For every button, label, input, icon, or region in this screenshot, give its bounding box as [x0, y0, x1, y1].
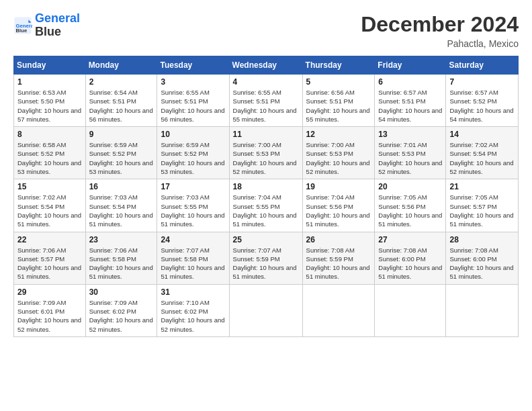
- day-number: 19: [306, 182, 371, 191]
- day-number: 31: [161, 287, 225, 297]
- day-number: 12: [306, 130, 371, 139]
- table-cell: 17 Sunrise: 7:03 AM Sunset: 5:55 PM Dayl…: [157, 179, 229, 232]
- day-number: 20: [378, 182, 442, 191]
- week-row-2: 8 Sunrise: 6:58 AM Sunset: 5:52 PM Dayli…: [14, 127, 519, 179]
- day-number: 15: [17, 182, 82, 191]
- table-cell: 9 Sunrise: 6:59 AM Sunset: 5:52 PM Dayli…: [85, 127, 157, 179]
- day-detail: Sunrise: 7:07 AM Sunset: 5:58 PM Dayligh…: [161, 246, 225, 281]
- week-row-3: 15 Sunrise: 7:02 AM Sunset: 5:54 PM Dayl…: [14, 179, 519, 232]
- day-detail: Sunrise: 6:55 AM Sunset: 5:51 PM Dayligh…: [161, 88, 225, 124]
- day-number: 1: [17, 77, 82, 87]
- table-cell: 15 Sunrise: 7:02 AM Sunset: 5:54 PM Dayl…: [14, 179, 86, 232]
- day-detail: Sunrise: 7:08 AM Sunset: 6:00 PM Dayligh…: [449, 246, 515, 281]
- day-detail: Sunrise: 6:57 AM Sunset: 5:51 PM Dayligh…: [378, 88, 442, 124]
- day-detail: Sunrise: 7:07 AM Sunset: 5:59 PM Dayligh…: [233, 246, 299, 281]
- day-detail: Sunrise: 7:05 AM Sunset: 5:56 PM Dayligh…: [378, 193, 442, 228]
- day-number: 18: [233, 182, 299, 191]
- table-cell: 6 Sunrise: 6:57 AM Sunset: 5:51 PM Dayli…: [375, 75, 446, 127]
- col-sunday: Sunday: [14, 56, 86, 75]
- day-detail: Sunrise: 7:09 AM Sunset: 6:01 PM Dayligh…: [17, 298, 82, 334]
- logo-icon: General Blue: [13, 16, 32, 35]
- col-wednesday: Wednesday: [229, 56, 302, 75]
- calendar-header-row: Sunday Monday Tuesday Wednesday Thursday…: [14, 56, 519, 75]
- table-cell: 7 Sunrise: 6:57 AM Sunset: 5:52 PM Dayli…: [446, 75, 519, 127]
- table-cell: 31 Sunrise: 7:10 AM Sunset: 6:02 PM Dayl…: [157, 284, 229, 336]
- table-cell: 18 Sunrise: 7:04 AM Sunset: 5:55 PM Dayl…: [229, 179, 302, 232]
- day-detail: Sunrise: 7:00 AM Sunset: 5:53 PM Dayligh…: [233, 140, 299, 176]
- day-number: 8: [17, 130, 82, 139]
- day-detail: Sunrise: 6:57 AM Sunset: 5:52 PM Dayligh…: [449, 88, 515, 124]
- day-detail: Sunrise: 6:59 AM Sunset: 5:52 PM Dayligh…: [161, 140, 225, 176]
- day-detail: Sunrise: 6:56 AM Sunset: 5:51 PM Dayligh…: [306, 88, 371, 124]
- col-monday: Monday: [85, 56, 157, 75]
- table-cell: 1 Sunrise: 6:53 AM Sunset: 5:50 PM Dayli…: [14, 75, 86, 127]
- table-cell: 13 Sunrise: 7:01 AM Sunset: 5:53 PM Dayl…: [375, 127, 446, 179]
- week-row-5: 29 Sunrise: 7:09 AM Sunset: 6:01 PM Dayl…: [14, 284, 519, 336]
- table-cell: [229, 284, 302, 336]
- table-cell: 12 Sunrise: 7:00 AM Sunset: 5:53 PM Dayl…: [302, 127, 375, 179]
- day-detail: Sunrise: 7:00 AM Sunset: 5:53 PM Dayligh…: [306, 140, 371, 176]
- day-number: 29: [17, 287, 82, 297]
- day-number: 3: [161, 77, 225, 87]
- day-number: 23: [89, 235, 154, 244]
- day-number: 7: [449, 77, 515, 87]
- day-detail: Sunrise: 7:10 AM Sunset: 6:02 PM Dayligh…: [161, 298, 225, 334]
- day-number: 11: [233, 130, 299, 139]
- week-row-1: 1 Sunrise: 6:53 AM Sunset: 5:50 PM Dayli…: [14, 75, 519, 127]
- day-number: 17: [161, 182, 225, 191]
- day-number: 21: [449, 182, 515, 191]
- day-detail: Sunrise: 7:04 AM Sunset: 5:56 PM Dayligh…: [306, 193, 371, 228]
- day-detail: Sunrise: 7:03 AM Sunset: 5:54 PM Dayligh…: [89, 193, 154, 228]
- day-number: 13: [378, 130, 442, 139]
- day-detail: Sunrise: 7:03 AM Sunset: 5:55 PM Dayligh…: [161, 193, 225, 228]
- table-cell: 21 Sunrise: 7:05 AM Sunset: 5:57 PM Dayl…: [446, 179, 519, 232]
- day-detail: Sunrise: 7:04 AM Sunset: 5:55 PM Dayligh…: [233, 193, 299, 228]
- day-detail: Sunrise: 6:55 AM Sunset: 5:51 PM Dayligh…: [233, 88, 299, 124]
- table-cell: 10 Sunrise: 6:59 AM Sunset: 5:52 PM Dayl…: [157, 127, 229, 179]
- table-cell: [446, 284, 519, 336]
- week-row-4: 22 Sunrise: 7:06 AM Sunset: 5:57 PM Dayl…: [14, 232, 519, 284]
- day-number: 26: [306, 235, 371, 244]
- table-cell: 26 Sunrise: 7:08 AM Sunset: 5:59 PM Dayl…: [302, 232, 375, 284]
- svg-text:Blue: Blue: [16, 28, 28, 34]
- table-cell: 30 Sunrise: 7:09 AM Sunset: 6:02 PM Dayl…: [85, 284, 157, 336]
- table-cell: 8 Sunrise: 6:58 AM Sunset: 5:52 PM Dayli…: [14, 127, 86, 179]
- table-cell: 4 Sunrise: 6:55 AM Sunset: 5:51 PM Dayli…: [229, 75, 302, 127]
- table-cell: 23 Sunrise: 7:06 AM Sunset: 5:58 PM Dayl…: [85, 232, 157, 284]
- table-cell: 27 Sunrise: 7:08 AM Sunset: 6:00 PM Dayl…: [375, 232, 446, 284]
- day-detail: Sunrise: 6:59 AM Sunset: 5:52 PM Dayligh…: [89, 140, 154, 176]
- day-detail: Sunrise: 7:08 AM Sunset: 6:00 PM Dayligh…: [378, 246, 442, 281]
- day-number: 5: [306, 77, 371, 87]
- month-title: December 2024: [361, 12, 519, 37]
- page-header: General Blue GeneralBlue December 2024 P…: [13, 12, 519, 49]
- day-detail: Sunrise: 7:09 AM Sunset: 6:02 PM Dayligh…: [89, 298, 154, 334]
- day-detail: Sunrise: 7:06 AM Sunset: 5:58 PM Dayligh…: [89, 246, 154, 281]
- table-cell: 16 Sunrise: 7:03 AM Sunset: 5:54 PM Dayl…: [85, 179, 157, 232]
- title-area: December 2024 Pahactla, Mexico: [361, 12, 519, 49]
- day-detail: Sunrise: 7:02 AM Sunset: 5:54 PM Dayligh…: [17, 193, 82, 228]
- day-number: 4: [233, 77, 299, 87]
- day-number: 6: [378, 77, 442, 87]
- location: Pahactla, Mexico: [361, 38, 519, 49]
- table-cell: 11 Sunrise: 7:00 AM Sunset: 5:53 PM Dayl…: [229, 127, 302, 179]
- col-saturday: Saturday: [446, 56, 519, 75]
- day-detail: Sunrise: 7:02 AM Sunset: 5:54 PM Dayligh…: [449, 140, 515, 176]
- calendar-table: Sunday Monday Tuesday Wednesday Thursday…: [13, 56, 519, 337]
- table-cell: 24 Sunrise: 7:07 AM Sunset: 5:58 PM Dayl…: [157, 232, 229, 284]
- day-detail: Sunrise: 7:05 AM Sunset: 5:57 PM Dayligh…: [449, 193, 515, 228]
- day-number: 24: [161, 235, 225, 244]
- table-cell: 19 Sunrise: 7:04 AM Sunset: 5:56 PM Dayl…: [302, 179, 375, 232]
- day-number: 2: [89, 77, 154, 87]
- table-cell: [302, 284, 375, 336]
- table-cell: 29 Sunrise: 7:09 AM Sunset: 6:01 PM Dayl…: [14, 284, 86, 336]
- table-cell: 5 Sunrise: 6:56 AM Sunset: 5:51 PM Dayli…: [302, 75, 375, 127]
- day-detail: Sunrise: 7:08 AM Sunset: 5:59 PM Dayligh…: [306, 246, 371, 281]
- day-number: 25: [233, 235, 299, 244]
- day-number: 28: [449, 235, 515, 244]
- day-number: 30: [89, 287, 154, 297]
- calendar-page: General Blue GeneralBlue December 2024 P…: [0, 0, 532, 411]
- day-number: 14: [449, 130, 515, 139]
- day-number: 10: [161, 130, 225, 139]
- logo-text: GeneralBlue: [35, 12, 80, 39]
- day-detail: Sunrise: 6:53 AM Sunset: 5:50 PM Dayligh…: [17, 88, 82, 124]
